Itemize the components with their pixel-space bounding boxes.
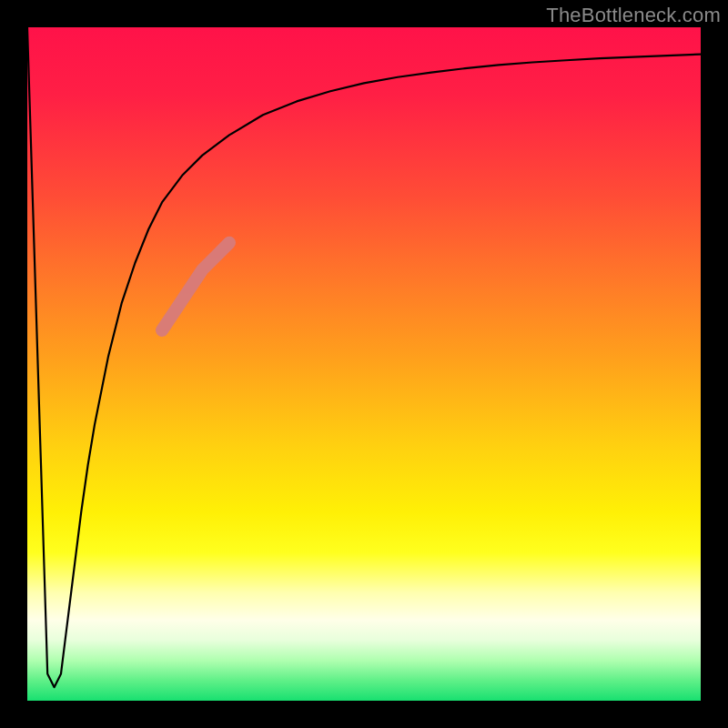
plot-area (27, 27, 701, 701)
chart-container: TheBottleneck.com (0, 0, 728, 728)
watermark-text: TheBottleneck.com (546, 4, 721, 27)
chart-svg (27, 27, 701, 701)
highlight-segment (162, 243, 229, 330)
bottleneck-curve (27, 27, 701, 687)
